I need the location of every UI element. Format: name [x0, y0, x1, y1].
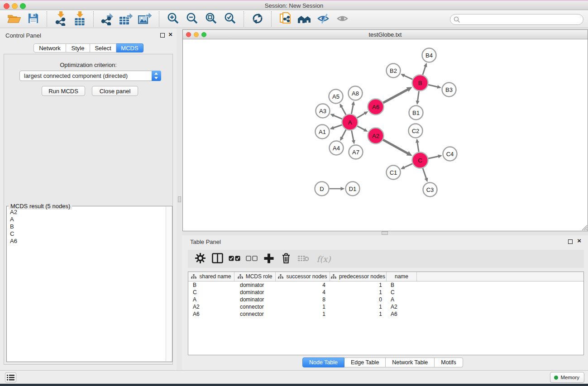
edge-A2-C[interactable] — [383, 140, 409, 154]
table-cell[interactable]: 1 — [276, 310, 330, 318]
table-cell[interactable]: 4 — [276, 289, 330, 296]
node-label: A6 — [372, 104, 379, 110]
zoom-in-button[interactable] — [163, 11, 182, 27]
table-cell[interactable]: dominator — [234, 289, 276, 296]
table-cell[interactable]: 1 — [330, 310, 387, 318]
duplicate-network-button[interactable] — [276, 11, 295, 27]
table-cell[interactable]: C — [387, 289, 417, 296]
task-history-button[interactable] — [5, 372, 16, 382]
table-cell[interactable]: B — [387, 281, 417, 289]
network-title: testGlobe.txt — [183, 31, 588, 38]
table-cell[interactable]: A6 — [188, 310, 234, 318]
table-cell[interactable]: B — [188, 281, 234, 289]
tab-network[interactable]: Network — [33, 43, 66, 52]
refresh-layout-button[interactable] — [248, 11, 267, 27]
zoom-selected-button[interactable] — [220, 11, 239, 27]
deselect-all-button[interactable] — [243, 251, 260, 267]
table-cell[interactable]: 4 — [276, 281, 330, 289]
table-cell[interactable]: 1 — [330, 281, 387, 289]
table-cell[interactable]: A2 — [387, 303, 417, 310]
select-all-button[interactable] — [226, 251, 243, 267]
tab-edge-table[interactable]: Edge Table — [344, 357, 386, 367]
home-button[interactable] — [295, 11, 314, 27]
table-cell[interactable]: A — [188, 296, 234, 303]
table-cell[interactable]: dominator — [234, 281, 276, 289]
hide-panels-button[interactable] — [314, 11, 333, 27]
network-window-titlebar[interactable]: testGlobe.txt — [183, 30, 588, 39]
table-cell[interactable]: A2 — [188, 303, 234, 310]
delete-table-button[interactable] — [295, 251, 312, 267]
column-header-mcds-role[interactable]: MCDS role — [234, 272, 276, 281]
edge-A-A7[interactable] — [352, 130, 354, 142]
tab-mcds[interactable]: MCDS — [116, 43, 143, 52]
table-cell[interactable]: 8 — [276, 296, 330, 303]
table-cell[interactable]: 1 — [276, 303, 330, 310]
splitter-grip[interactable] — [178, 196, 181, 202]
import-table-button[interactable] — [70, 11, 89, 27]
result-list-item[interactable]: C — [7, 230, 165, 238]
run-mcds-button[interactable]: Run MCDS — [42, 86, 85, 96]
panel-splitter[interactable] — [177, 28, 182, 370]
memory-button[interactable]: Memory — [550, 372, 584, 383]
tab-node-table[interactable]: Node Table — [302, 357, 344, 367]
criterion-dropdown[interactable]: largest connected component (directed) — [19, 71, 161, 81]
close-panel-button[interactable]: Close panel — [92, 86, 138, 96]
column-visibility-button[interactable] — [209, 251, 226, 267]
result-list-item[interactable]: B — [7, 223, 165, 230]
table-cell[interactable]: 1 — [330, 303, 387, 310]
add-column-button[interactable] — [260, 251, 277, 267]
result-list-item[interactable]: A — [7, 216, 165, 223]
table-cell[interactable]: A — [387, 296, 417, 303]
float-panel-icon[interactable] — [160, 33, 165, 38]
table-row[interactable]: A2connector11A2 — [188, 303, 583, 310]
result-scrollbar[interactable] — [166, 207, 172, 361]
table-settings-button[interactable] — [191, 251, 209, 267]
table-cell[interactable]: connector — [234, 310, 276, 318]
table-row[interactable]: Bdominator41B — [188, 281, 583, 289]
edge-C-C2[interactable] — [417, 141, 419, 152]
edge-B-B3[interactable] — [428, 85, 439, 87]
show-panels-button[interactable] — [333, 11, 352, 27]
tab-style[interactable]: Style — [66, 43, 90, 52]
edge-C-C3[interactable] — [423, 168, 427, 180]
column-header-name[interactable]: name — [387, 272, 417, 281]
zoom-fit-button[interactable] — [201, 11, 220, 27]
window-resize-grip[interactable] — [580, 224, 588, 231]
function-builder-button[interactable]: f(x) — [312, 251, 335, 267]
export-network-button[interactable] — [98, 11, 117, 27]
table-row[interactable]: A6connector11A6 — [188, 310, 583, 318]
table-cell[interactable]: 1 — [330, 289, 387, 296]
export-image-button[interactable] — [136, 11, 155, 27]
save-session-button[interactable] — [24, 11, 43, 27]
column-header-successor-nodes[interactable]: successor nodes — [276, 272, 330, 281]
table-cell[interactable]: A6 — [387, 310, 417, 318]
result-list-item[interactable]: A2 — [7, 209, 165, 216]
zoom-out-button[interactable] — [182, 11, 201, 27]
tab-select[interactable]: Select — [90, 43, 116, 52]
table-row[interactable]: Adominator80A — [188, 296, 583, 303]
table-row[interactable]: Cdominator41C — [188, 289, 583, 296]
float-panel-icon[interactable] — [568, 239, 573, 244]
tab-network-table[interactable]: Network Table — [386, 357, 435, 367]
close-panel-icon[interactable]: × — [577, 237, 581, 245]
network-canvas[interactable]: B4B2BB3A5A8A6A3B1AA1C2A2A4A7C4CC1DD1C3 — [183, 39, 588, 231]
edge-arrowhead — [424, 63, 427, 67]
table-cell[interactable]: C — [188, 289, 234, 296]
table-cell[interactable]: dominator — [234, 296, 276, 303]
tab-motifs[interactable]: Motifs — [435, 357, 463, 367]
horizontal-splitter-grip[interactable] — [382, 231, 388, 235]
column-header-predecessor-nodes[interactable]: predecessor nodes — [330, 272, 387, 281]
edge-A6-B[interactable] — [383, 89, 409, 103]
column-header-shared-name[interactable]: shared name — [188, 272, 234, 281]
delete-column-button[interactable] — [277, 251, 295, 267]
result-list-item[interactable]: A6 — [7, 238, 165, 245]
export-table-button[interactable] — [117, 11, 136, 27]
edge-B-B1[interactable] — [417, 91, 419, 102]
search-input[interactable] — [462, 15, 579, 24]
close-panel-icon[interactable]: × — [168, 30, 172, 38]
table-cell[interactable]: 0 — [330, 296, 387, 303]
edge-C-C4[interactable] — [428, 156, 440, 158]
import-network-button[interactable] — [51, 11, 70, 27]
open-file-button[interactable] — [5, 11, 24, 27]
table-cell[interactable]: connector — [234, 303, 276, 310]
